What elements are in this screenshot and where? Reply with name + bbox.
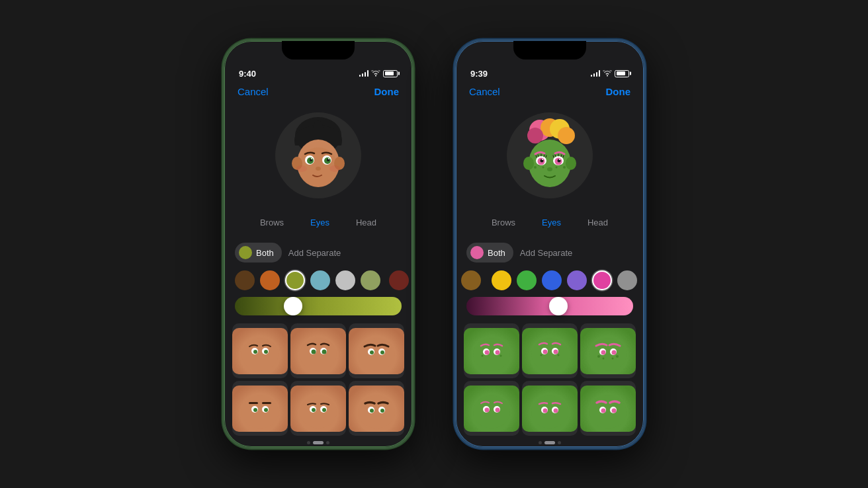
swatch-2-3[interactable] — [542, 270, 562, 290]
face-grid-1 — [224, 321, 412, 438]
cancel-button-1[interactable]: Cancel — [238, 86, 269, 97]
svg-point-51 — [558, 127, 575, 144]
svg-rect-32 — [249, 402, 258, 404]
slider-thumb-2[interactable] — [549, 297, 568, 315]
svg-point-60 — [523, 157, 534, 170]
svg-point-85 — [589, 338, 627, 371]
svg-point-42 — [322, 408, 326, 412]
face-grid-2 — [456, 321, 644, 438]
svg-point-74 — [485, 350, 490, 354]
svg-point-82 — [554, 349, 558, 354]
svg-point-55 — [542, 167, 544, 169]
notch — [282, 41, 355, 60]
avatar-area-1 — [224, 102, 412, 208]
status-bar-1: 9:40 — [224, 60, 412, 83]
svg-point-68 — [542, 159, 543, 160]
slider-row-2 — [456, 293, 644, 321]
signal-icon-2 — [591, 70, 601, 77]
swatch-2-1[interactable] — [492, 270, 511, 290]
slider-track-2[interactable] — [466, 297, 633, 315]
slider-thumb-1[interactable] — [284, 297, 302, 315]
swatch-1-2[interactable] — [260, 270, 280, 290]
status-time-2: 9:39 — [470, 69, 488, 79]
done-button-1[interactable]: Done — [374, 86, 400, 97]
swatch-2-2[interactable] — [517, 270, 537, 290]
svg-point-25 — [322, 349, 327, 354]
tab-brows-2[interactable]: Brows — [478, 214, 529, 232]
svg-point-90 — [597, 355, 600, 358]
swatch-1-3[interactable] — [285, 270, 305, 290]
svg-point-31 — [241, 395, 279, 428]
svg-point-69 — [559, 159, 560, 160]
both-toggle-1[interactable]: Both — [235, 243, 282, 263]
face-cell-2-2[interactable] — [522, 323, 578, 378]
svg-point-29 — [370, 350, 374, 354]
tab-head-1[interactable]: Head — [343, 214, 390, 232]
svg-point-14 — [296, 165, 307, 172]
toggle-row-1: Both Add Separate — [224, 239, 412, 268]
svg-point-20 — [264, 350, 268, 354]
nav-bar-1: Cancel Done — [224, 83, 412, 102]
swatch-1-5[interactable] — [335, 270, 355, 290]
face-cell-2-4[interactable] — [464, 381, 519, 436]
slider-track-1[interactable] — [235, 297, 402, 315]
face-cell-1-5[interactable] — [290, 381, 346, 436]
face-cell-2-6[interactable] — [580, 381, 636, 436]
memoji-face-2 — [510, 116, 589, 195]
svg-point-76 — [482, 354, 484, 356]
svg-point-21 — [300, 338, 337, 371]
swatch-2-4[interactable] — [567, 270, 587, 290]
face-cell-1-4[interactable] — [232, 381, 288, 436]
face-cell-1-6[interactable] — [349, 381, 404, 436]
cancel-button-2[interactable]: Cancel — [469, 86, 500, 97]
svg-point-108 — [612, 408, 617, 413]
swatch-1-4[interactable] — [310, 270, 330, 290]
both-label-2: Both — [488, 248, 505, 258]
svg-point-71 — [473, 338, 510, 371]
add-separate-1[interactable]: Add Separate — [288, 248, 341, 258]
svg-point-58 — [556, 167, 558, 169]
swatch-2-partial[interactable] — [461, 270, 481, 290]
add-separate-2[interactable]: Add Separate — [520, 248, 573, 258]
svg-point-56 — [534, 166, 537, 169]
memoji-face-1 — [279, 116, 358, 195]
tab-eyes-1[interactable]: Eyes — [297, 214, 343, 232]
face-cell-2-5[interactable] — [522, 381, 578, 436]
face-cell-1-2[interactable] — [290, 323, 346, 378]
face-cell-2-1[interactable] — [464, 323, 519, 378]
svg-point-15 — [329, 165, 340, 172]
nav-bar-2: Cancel Done — [456, 83, 644, 102]
swatch-1-6[interactable] — [361, 270, 380, 290]
tab-head-2[interactable]: Head — [574, 214, 621, 232]
svg-point-88 — [601, 350, 606, 354]
both-label-1: Both — [256, 248, 274, 258]
svg-point-53 — [529, 140, 571, 187]
svg-point-12 — [328, 158, 329, 159]
face-cell-2-3[interactable] — [580, 323, 636, 378]
tab-brows-1[interactable]: Brows — [247, 214, 297, 232]
avatar-2 — [507, 112, 593, 198]
done-button-2[interactable]: Done — [606, 86, 631, 97]
status-bar-2: 9:39 — [456, 60, 644, 83]
face-cell-1-3[interactable] — [349, 323, 404, 378]
swatch-2-6[interactable] — [617, 270, 637, 290]
avatar-1 — [275, 112, 361, 198]
segment-tabs-2: Brows Eyes Head — [456, 208, 644, 239]
page-dots-1 — [224, 438, 412, 447]
tab-eyes-2[interactable]: Eyes — [529, 214, 574, 232]
both-toggle-2[interactable]: Both — [466, 243, 513, 263]
swatch-1-1[interactable] — [235, 270, 255, 290]
battery-icon-1 — [383, 70, 398, 77]
svg-point-19 — [253, 350, 257, 354]
face-cell-1-1[interactable] — [232, 323, 288, 378]
svg-point-47 — [380, 409, 384, 413]
swatch-2-5[interactable] — [592, 270, 612, 290]
svg-point-93 — [616, 355, 619, 358]
phone-2: 9:39 Cancel — [454, 39, 646, 449]
swatch-1-7[interactable] — [389, 270, 409, 290]
svg-point-91 — [603, 357, 605, 359]
status-time-1: 9:40 — [239, 69, 256, 79]
svg-point-38 — [300, 395, 337, 428]
notch-2 — [513, 41, 586, 60]
segment-tabs-1: Brows Eyes Head — [224, 208, 412, 239]
